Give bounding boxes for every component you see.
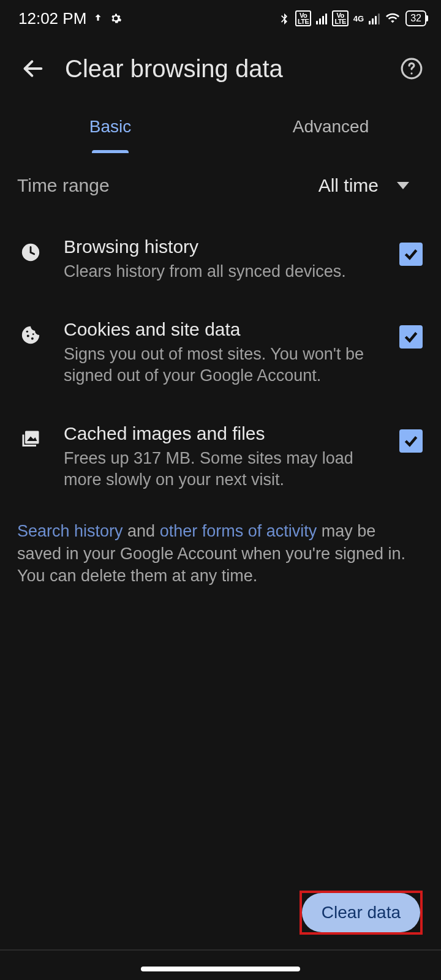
time-range-row[interactable]: Time range All time <box>0 153 441 218</box>
link-search-history[interactable]: Search history <box>17 522 123 540</box>
status-bar: 12:02 PM VoLTE VoLTE 4G 32 <box>0 0 441 37</box>
bluetooth-icon <box>278 10 290 26</box>
option-cookies[interactable]: Cookies and site data Signs you out of m… <box>0 301 441 405</box>
option-browsing-history[interactable]: Browsing history Clears history from all… <box>0 218 441 301</box>
status-right: VoLTE VoLTE 4G 32 <box>278 10 426 26</box>
check-icon <box>403 433 419 449</box>
status-left: 12:02 PM <box>18 9 122 28</box>
link-other-activity[interactable]: other forms of activity <box>160 522 317 540</box>
volte-icon-2: VoLTE <box>332 10 348 26</box>
back-button[interactable] <box>18 54 48 83</box>
svg-point-7 <box>32 333 34 335</box>
clear-data-label: Clear data <box>322 903 401 922</box>
cookie-icon <box>18 323 43 347</box>
battery-percent: 32 <box>410 13 421 23</box>
footnote-mid1: and <box>123 522 160 540</box>
signal-bars-2-icon <box>369 12 380 24</box>
image-icon <box>18 427 43 451</box>
fourg-icon: 4G <box>353 15 364 22</box>
option-desc: Frees up 317 MB. Some sites may load mor… <box>64 448 369 491</box>
arrow-left-icon <box>21 56 45 81</box>
option-text: Cached images and files Frees up 317 MB.… <box>64 423 379 491</box>
status-time: 12:02 PM <box>18 9 86 28</box>
bottom-divider <box>0 949 441 951</box>
tabs: Basic Advanced <box>0 100 441 153</box>
battery-indicator: 32 <box>405 10 426 26</box>
help-icon <box>400 57 423 80</box>
page-title: Clear browsing data <box>65 55 380 83</box>
option-desc: Clears history from all synced devices. <box>64 261 369 282</box>
option-text: Browsing history Clears history from all… <box>64 236 379 282</box>
option-text: Cookies and site data Signs you out of m… <box>64 319 379 386</box>
tab-basic[interactable]: Basic <box>0 100 221 153</box>
option-title: Cookies and site data <box>64 319 369 340</box>
check-icon <box>403 246 419 262</box>
clear-data-button[interactable]: Clear data <box>302 893 420 932</box>
gear-icon <box>110 12 122 24</box>
footnote: Search history and other forms of activi… <box>0 509 441 598</box>
time-range-value: All time <box>318 175 379 196</box>
svg-rect-8 <box>25 431 39 444</box>
option-title: Cached images and files <box>64 423 369 444</box>
option-desc: Signs you out of most sites. You won't b… <box>64 344 369 386</box>
time-range-dropdown[interactable]: All time <box>318 175 409 196</box>
help-button[interactable] <box>397 54 426 83</box>
time-range-label: Time range <box>17 175 110 196</box>
tab-basic-label: Basic <box>89 117 131 137</box>
clear-data-highlight: Clear data <box>300 891 423 935</box>
app-bar: Clear browsing data <box>0 37 441 100</box>
upload-icon <box>92 13 104 24</box>
signal-bars-1-icon <box>316 12 327 24</box>
history-icon <box>18 240 43 265</box>
check-icon <box>403 329 419 345</box>
volte-icon-1: VoLTE <box>295 10 311 26</box>
checkbox-cookies[interactable] <box>399 325 423 349</box>
checkbox-cached-images[interactable] <box>399 429 423 453</box>
chevron-down-icon <box>397 182 409 189</box>
wifi-icon <box>385 12 401 25</box>
svg-point-4 <box>27 335 29 337</box>
gesture-handle[interactable] <box>141 967 300 971</box>
tab-advanced[interactable]: Advanced <box>221 100 441 153</box>
svg-point-2 <box>410 72 412 74</box>
svg-point-5 <box>31 337 34 340</box>
svg-point-6 <box>26 331 28 333</box>
checkbox-browsing-history[interactable] <box>399 243 423 266</box>
tab-advanced-label: Advanced <box>293 117 369 137</box>
option-cached-images[interactable]: Cached images and files Frees up 317 MB.… <box>0 405 441 509</box>
option-title: Browsing history <box>64 236 369 257</box>
